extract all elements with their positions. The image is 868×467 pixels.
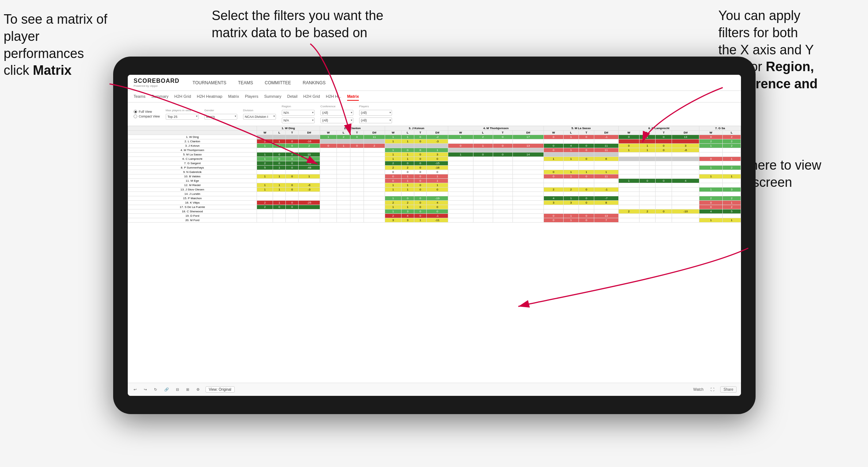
max-players-select[interactable]: Top 25 [166, 114, 199, 120]
matrix-cell: -1 [427, 214, 448, 218]
matrix-cell: 1 [722, 174, 741, 179]
settings-btn[interactable]: ⚙ [195, 387, 201, 392]
matrix-cell: 1 [385, 205, 401, 209]
tab-matrix[interactable]: Matrix [228, 93, 239, 101]
division-select[interactable]: NCAA Division I [243, 114, 276, 120]
matrix-cell: 1 [385, 135, 401, 139]
matrix-cell [656, 166, 672, 170]
watch-btn[interactable]: Watch [692, 387, 705, 392]
tab-summary[interactable]: Summary [151, 93, 168, 101]
matrix-cell: 0 [286, 205, 299, 209]
matrix-cell: 11 [594, 174, 618, 179]
nav-committee[interactable]: COMMITTEE [263, 80, 292, 85]
matrix-cell: 0 [414, 170, 427, 174]
region-select-1[interactable]: N/A [282, 110, 315, 116]
zoom-out-btn[interactable]: ⊟ [174, 387, 180, 392]
matrix-cell [473, 205, 493, 209]
matrix-cell [299, 214, 320, 218]
undo-btn[interactable]: ↩ [132, 387, 138, 392]
matrix-cell [337, 166, 350, 170]
matrix-cell: 1 [401, 205, 414, 209]
matrix-cell [618, 192, 639, 196]
table-row: 11. M Ege01011004 [128, 179, 741, 183]
tab-teams[interactable]: Teams [134, 93, 145, 101]
compact-view-radio[interactable]: Compact View [134, 115, 160, 118]
conference-select-2[interactable]: (All) [320, 117, 353, 123]
players-select-2[interactable]: (All) [359, 117, 392, 123]
matrix-cell: 0 [448, 144, 473, 148]
tab-players[interactable]: Players [245, 93, 258, 101]
players-select-1[interactable]: (All) [359, 110, 392, 116]
matrix-cell [722, 183, 741, 188]
matrix-cell [299, 196, 320, 201]
redo-btn[interactable]: ↪ [142, 387, 148, 392]
nav-tournaments[interactable]: TOURNAMENTS [191, 80, 228, 85]
tab-h2h-h[interactable]: H2H H... [326, 93, 341, 101]
tab-matrix-active[interactable]: Matrix [347, 93, 359, 101]
matrix-cell [448, 209, 473, 214]
matrix-cell [563, 192, 579, 196]
sh-t3: T [414, 131, 427, 135]
matrix-cell [286, 218, 299, 223]
region-select-2[interactable]: N/A [282, 117, 315, 123]
zoom-in-btn[interactable]: ⊞ [185, 387, 191, 392]
matrix-cell [350, 170, 364, 174]
full-view-radio[interactable]: Full View [134, 110, 160, 113]
matrix-cell: 2 [699, 196, 722, 201]
matrix-cell [350, 166, 364, 170]
nav-rankings[interactable]: RANKINGS [301, 80, 327, 85]
matrix-cell [594, 183, 618, 188]
link-btn[interactable]: 🔗 [163, 387, 170, 392]
matrix-cell [299, 148, 320, 153]
fullscreen-btn[interactable]: ⛶ [709, 387, 716, 392]
matrix-cell [512, 183, 544, 188]
matrix-cell: 0 [579, 148, 594, 153]
matrix-cell [364, 196, 385, 201]
tab-h2h-grid-2[interactable]: H2H Grid [303, 93, 320, 101]
sub-tabs: Teams Summary H2H Grid H2H Heatmap Matri… [128, 91, 741, 103]
matrix-cell [364, 157, 385, 161]
matrix-cell [563, 139, 579, 144]
matrix-cell: 2 [722, 166, 741, 170]
matrix-cell: 1 [563, 174, 579, 179]
tab-players-summary[interactable]: Summary [264, 93, 281, 101]
matrix-cell [286, 170, 299, 174]
matrix-cell [448, 201, 473, 205]
sh-l2: L [337, 131, 350, 135]
view-original-btn[interactable]: View: Original [206, 386, 235, 393]
matrix-cell [579, 192, 594, 196]
matrix-cell [493, 161, 512, 166]
matrix-cell [672, 188, 699, 192]
tab-detail[interactable]: Detail [287, 93, 297, 101]
matrix-cell [337, 192, 350, 196]
matrix-cell [385, 144, 401, 148]
matrix-cell [579, 209, 594, 214]
full-view-dot [134, 110, 137, 113]
matrix-cell [320, 179, 337, 183]
matrix-cell: 1 [618, 179, 639, 183]
matrix-cell [299, 135, 320, 139]
matrix-cell [448, 196, 473, 201]
matrix-cell: 13 [594, 214, 618, 218]
matrix-cell: 1 [563, 218, 579, 223]
annotation-center: Select the filters you want the matrix d… [212, 7, 387, 42]
matrix-cell: 0 [699, 205, 722, 209]
conference-select-1[interactable]: (All) [320, 110, 353, 116]
players-label: Players [359, 105, 392, 108]
matrix-cell: 0 [579, 188, 594, 192]
matrix-cell [493, 179, 512, 183]
matrix-cell [337, 205, 350, 209]
gender-select[interactable]: Men's [204, 114, 237, 120]
matrix-cell: 0 [401, 161, 414, 166]
matrix-cell: 1 [257, 153, 273, 157]
matrix-cell [656, 174, 672, 179]
tab-h2h-grid[interactable]: H2H Grid [174, 93, 191, 101]
matrix-cell [414, 192, 427, 196]
refresh-btn[interactable]: ↻ [153, 387, 158, 392]
tab-h2h-heatmap[interactable]: H2H Heatmap [197, 93, 222, 101]
nav-teams[interactable]: TEAMS [237, 80, 254, 85]
share-btn[interactable]: Share [720, 386, 737, 393]
matrix-cell [299, 205, 320, 209]
matrix-cell [337, 153, 350, 157]
matrix-cell: 1 [699, 174, 722, 179]
